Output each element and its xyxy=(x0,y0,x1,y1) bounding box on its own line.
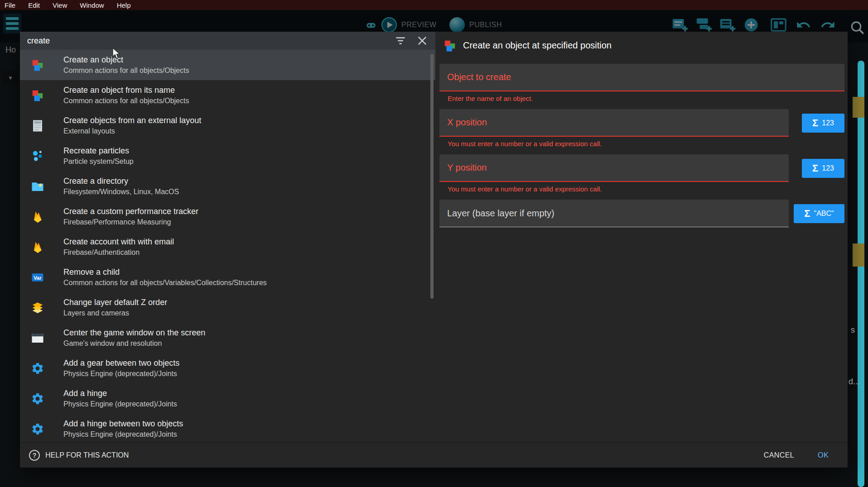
y-expression-button[interactable]: Σ 123 xyxy=(802,159,844,178)
variable-icon xyxy=(31,271,44,284)
action-parameters-panel: Create an object at specified position O… xyxy=(435,32,848,442)
menu-file[interactable]: File xyxy=(5,1,15,9)
dialog-footer: ? HELP FOR THIS ACTION CANCEL OK xyxy=(20,442,848,468)
create-object-icon xyxy=(31,89,44,102)
menu-view[interactable]: View xyxy=(53,1,67,9)
cutoff-text-fragment: d... xyxy=(849,377,860,387)
x-position-field[interactable]: X position xyxy=(439,109,789,137)
x-field-error: You must enter a number or a valid expre… xyxy=(448,140,844,148)
object-field-helper: Enter the name of an object. xyxy=(448,95,844,102)
x-expression-button[interactable]: Σ 123 xyxy=(802,114,844,133)
menu-help[interactable]: Help xyxy=(117,1,131,9)
help-icon: ? xyxy=(29,450,40,461)
action-list-item[interactable]: Create objects from an external layout E… xyxy=(20,110,435,141)
y-field-error: You must enter a number or a valid expre… xyxy=(448,185,844,193)
physics-joint-icon xyxy=(31,422,44,436)
filter-icon[interactable] xyxy=(395,35,406,47)
layers-icon xyxy=(31,301,44,315)
action-title: Create an object at specified position xyxy=(463,40,612,51)
object-to-create-field[interactable]: Object to create xyxy=(439,64,844,91)
menu-bar: File Edit View Window Help xyxy=(0,0,868,10)
cutoff-text-fragment: s xyxy=(851,325,855,335)
firebase-icon xyxy=(31,210,44,224)
sigma-icon: Σ xyxy=(804,209,810,219)
action-list-item[interactable]: Center the game window on the screen Gam… xyxy=(20,323,435,353)
action-list-item[interactable]: Add a hinge between two objects Physics … xyxy=(20,414,435,442)
panel-fragment xyxy=(853,97,864,118)
action-list-item[interactable]: Create an object from its name Common ac… xyxy=(20,80,435,110)
action-header: Create an object at specified position xyxy=(439,32,844,59)
sigma-icon: Σ xyxy=(812,163,818,173)
sigma-icon: Σ xyxy=(812,118,818,128)
action-list-item[interactable]: Change layer default Z order Layers and … xyxy=(20,292,435,323)
layer-field[interactable]: Layer (base layer if empty) xyxy=(439,200,789,227)
folder-icon xyxy=(31,180,44,193)
action-list-item[interactable]: Add a gear between two objects Physics E… xyxy=(20,353,435,383)
action-list: Create an object Common actions for all … xyxy=(20,50,435,442)
action-list-item[interactable]: Remove a child Common actions for all ob… xyxy=(20,262,435,292)
ok-button[interactable]: OK xyxy=(818,451,829,459)
search-input[interactable] xyxy=(27,36,385,46)
layer-expression-button[interactable]: Σ "ABC" xyxy=(794,204,844,223)
app-scrollbar[interactable] xyxy=(858,61,864,487)
particles-icon xyxy=(31,149,44,163)
y-position-field[interactable]: Y position xyxy=(439,154,789,182)
panel-fragment xyxy=(853,244,864,267)
action-list-item[interactable]: Add a hinge Physics Engine (deprecated)/… xyxy=(20,383,435,414)
action-list-scrollbar[interactable] xyxy=(430,54,434,299)
help-button[interactable]: ? HELP FOR THIS ACTION xyxy=(29,450,129,461)
screen: File Edit View Window Help PREVIEW PUBLI… xyxy=(0,0,868,487)
action-list-item[interactable]: Create a custom performance tracker Fire… xyxy=(20,201,435,232)
physics-joint-icon xyxy=(31,362,44,375)
action-search-bar xyxy=(20,32,435,50)
external-layout-icon xyxy=(31,119,44,133)
physics-joint-icon xyxy=(31,392,44,406)
window-icon xyxy=(31,331,44,345)
action-search-panel: Create an object Common actions for all … xyxy=(20,32,435,442)
firebase-icon xyxy=(31,240,44,254)
create-object-icon xyxy=(443,39,457,53)
action-list-item[interactable]: Create a directory Filesystem/Windows, L… xyxy=(20,171,435,201)
action-list-item[interactable]: Create account with with email Firebase/… xyxy=(20,232,435,262)
close-icon[interactable] xyxy=(416,35,428,47)
action-list-item[interactable]: Create an object Common actions for all … xyxy=(20,50,435,80)
action-list-item[interactable]: Recreate particles Particle system/Setup xyxy=(20,141,435,171)
create-object-icon xyxy=(31,58,44,72)
instruction-editor-dialog: Create an object Common actions for all … xyxy=(20,32,848,468)
cancel-button[interactable]: CANCEL xyxy=(764,451,794,459)
menu-edit[interactable]: Edit xyxy=(28,1,40,9)
menu-window[interactable]: Window xyxy=(80,1,104,9)
